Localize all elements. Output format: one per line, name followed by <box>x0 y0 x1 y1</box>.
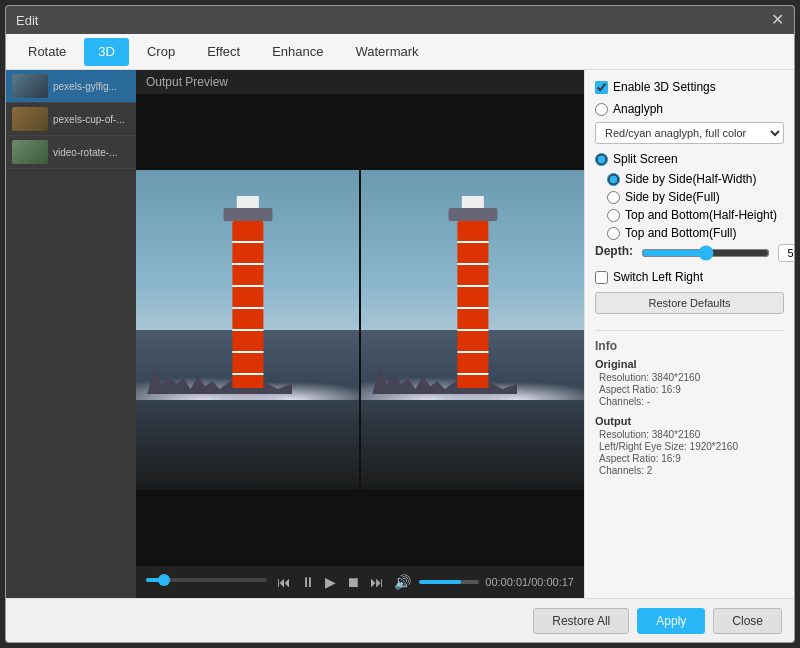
skip-fwd-btn[interactable]: ⏭ <box>368 572 386 592</box>
split-radio-1[interactable] <box>607 191 620 204</box>
tab-3d[interactable]: 3D <box>84 38 129 66</box>
sidebar-item-1[interactable]: pexels-cup-of-... <box>6 103 136 136</box>
stop-btn[interactable]: ⏹ <box>344 572 362 592</box>
lh-left-bg <box>136 170 359 490</box>
lighthouse-right <box>457 221 488 387</box>
bottom-bar: Restore All Apply Close <box>6 598 794 642</box>
original-channels: Channels: - <box>595 396 784 407</box>
volume-bar[interactable] <box>419 580 479 584</box>
output-eye-size: Left/Right Eye Size: 1920*2160 <box>595 441 784 452</box>
split-label-1: Side by Side(Full) <box>625 190 720 204</box>
split-radio-0[interactable] <box>607 173 620 186</box>
info-section: Info Original Resolution: 3840*2160 Aspe… <box>595 330 784 484</box>
switch-lr-checkbox[interactable] <box>595 271 608 284</box>
volume-icon[interactable]: 🔊 <box>392 572 413 592</box>
sidebar: pexels-gylfig... pexels-cup-of-... video… <box>6 70 136 598</box>
video-left <box>136 170 359 490</box>
output-resolution: Resolution: 3840*2160 <box>595 429 784 440</box>
output-aspect: Aspect Ratio: 16:9 <box>595 453 784 464</box>
tab-rotate[interactable]: Rotate <box>14 38 80 66</box>
split-option-3: Top and Bottom(Full) <box>595 226 784 240</box>
lh-lamp-right <box>461 196 483 209</box>
split-radio-2[interactable] <box>607 209 620 222</box>
info-title: Info <box>595 339 784 353</box>
close-btn[interactable]: Close <box>713 608 782 634</box>
output-title: Output <box>595 415 784 427</box>
lh-stripe-right <box>457 221 488 387</box>
output-channels: Channels: 2 <box>595 465 784 476</box>
volume-fill <box>419 580 461 584</box>
sidebar-label-1: pexels-cup-of-... <box>53 114 125 125</box>
restore-all-btn[interactable]: Restore All <box>533 608 629 634</box>
split-screen-label: Split Screen <box>613 152 678 166</box>
anaglyph-select[interactable]: Red/cyan anaglyph, full color <box>595 122 784 144</box>
lh-right-bg <box>361 170 584 490</box>
lh-cap-left <box>223 208 272 221</box>
split-screen-radio[interactable] <box>595 153 608 166</box>
title-bar: Edit ✕ <box>6 6 794 34</box>
tab-enhance[interactable]: Enhance <box>258 38 337 66</box>
lh-stripe-left <box>232 221 263 387</box>
depth-row: Depth: <box>595 244 784 262</box>
split-screen-row: Split Screen <box>595 152 784 166</box>
video-frame <box>136 94 584 566</box>
progress-thumb <box>158 574 170 586</box>
edit-dialog: Edit ✕ Rotate 3D Crop Effect Enhance Wat… <box>5 5 795 643</box>
switch-lr-row: Switch Left Right <box>595 270 784 284</box>
sidebar-item-2[interactable]: video-rotate-... <box>6 136 136 169</box>
split-radio-3[interactable] <box>607 227 620 240</box>
original-title: Original <box>595 358 784 370</box>
video-right <box>361 170 584 490</box>
lh-cap-right <box>448 208 497 221</box>
enable-3d-row: Enable 3D Settings <box>595 80 784 94</box>
lh-lamp-left <box>236 196 258 209</box>
sidebar-item-0[interactable]: pexels-gylfig... <box>6 70 136 103</box>
play-btn[interactable]: ▶ <box>323 572 338 592</box>
depth-input[interactable] <box>778 244 794 262</box>
original-aspect: Aspect Ratio: 16:9 <box>595 384 784 395</box>
anaglyph-radio[interactable] <box>595 103 608 116</box>
controls-row: ⏮ ⏸ ▶ ⏹ ⏭ 🔊 00:00:01/00:00:17 <box>275 572 574 592</box>
restore-defaults-btn[interactable]: Restore Defaults <box>595 292 784 314</box>
video-split-view <box>136 94 584 566</box>
split-label-3: Top and Bottom(Full) <box>625 226 736 240</box>
tab-watermark[interactable]: Watermark <box>341 38 432 66</box>
sidebar-label-2: video-rotate-... <box>53 147 117 158</box>
sidebar-label-0: pexels-gylfig... <box>53 81 117 92</box>
lighthouse-left <box>232 221 263 387</box>
original-resolution: Resolution: 3840*2160 <box>595 372 784 383</box>
skip-back-btn[interactable]: ⏮ <box>275 572 293 592</box>
sidebar-thumb-2 <box>12 140 48 164</box>
dialog-title: Edit <box>16 13 38 28</box>
tab-bar: Rotate 3D Crop Effect Enhance Watermark <box>6 34 794 70</box>
preview-label: Output Preview <box>136 70 584 94</box>
depth-label: Depth: <box>595 244 633 258</box>
switch-lr-label: Switch Left Right <box>613 270 703 284</box>
tab-effect[interactable]: Effect <box>193 38 254 66</box>
sidebar-thumb-0 <box>12 74 48 98</box>
original-info: Original Resolution: 3840*2160 Aspect Ra… <box>595 358 784 407</box>
split-option-2: Top and Bottom(Half-Height) <box>595 208 784 222</box>
depth-slider[interactable] <box>641 245 770 261</box>
time-display: 00:00:01/00:00:17 <box>485 576 574 588</box>
output-info: Output Resolution: 3840*2160 Left/Right … <box>595 415 784 476</box>
split-label-2: Top and Bottom(Half-Height) <box>625 208 777 222</box>
apply-btn[interactable]: Apply <box>637 608 705 634</box>
enable-3d-label: Enable 3D Settings <box>613 80 716 94</box>
enable-3d-checkbox[interactable] <box>595 81 608 94</box>
split-option-0: Side by Side(Half-Width) <box>595 172 784 186</box>
tab-crop[interactable]: Crop <box>133 38 189 66</box>
video-controls: ⏮ ⏸ ▶ ⏹ ⏭ 🔊 00:00:01/00:00:17 <box>136 566 584 598</box>
split-label-0: Side by Side(Half-Width) <box>625 172 756 186</box>
close-icon[interactable]: ✕ <box>771 12 784 28</box>
sidebar-thumb-1 <box>12 107 48 131</box>
anaglyph-row: Anaglyph <box>595 102 784 116</box>
progress-bar[interactable] <box>146 578 267 582</box>
main-content: pexels-gylfig... pexels-cup-of-... video… <box>6 70 794 598</box>
anaglyph-label: Anaglyph <box>613 102 663 116</box>
play-pause-btn[interactable]: ⏸ <box>299 572 317 592</box>
split-option-1: Side by Side(Full) <box>595 190 784 204</box>
right-panel: Enable 3D Settings Anaglyph Red/cyan ana… <box>584 70 794 598</box>
video-area: Output Preview <box>136 70 584 598</box>
